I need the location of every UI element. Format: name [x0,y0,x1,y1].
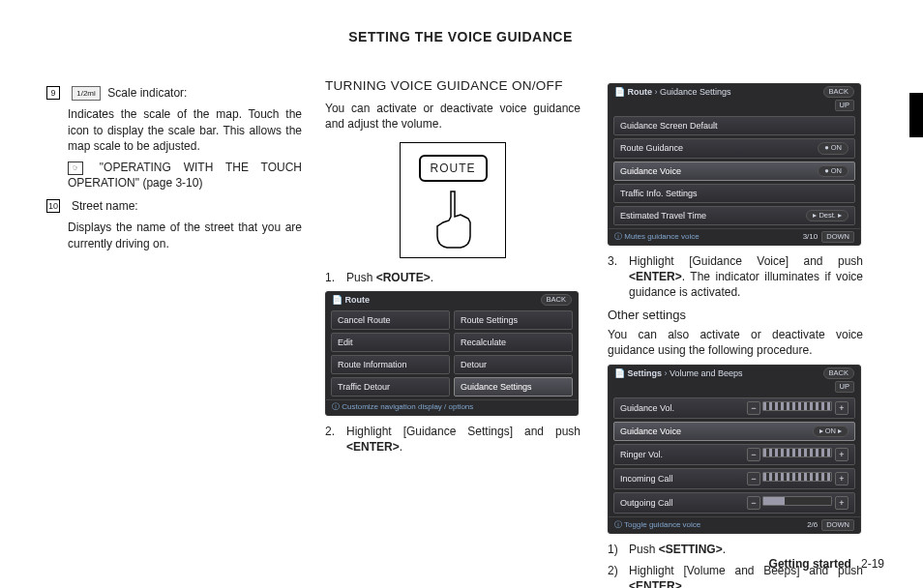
step-2: 2. Highlight [Guidance Settings] and pus… [325,424,581,455]
route-menu-screenshot: 📄 Route BACK Cancel Route Route Settings… [325,291,579,417]
up-button[interactable]: UP [835,100,854,111]
section-tab [909,93,923,137]
setting-row[interactable]: Guidance Vol.− + [613,397,855,419]
legend-item-9: 9 1/2mi Scale indicator: [46,85,302,101]
down-button[interactable]: DOWN [821,519,854,531]
legend-label: Scale indicator: [107,86,187,100]
volume-slider [762,496,832,506]
footer-hint: ⓘ Mutes guidance voice [614,232,700,243]
route-button-illustration: ROUTE [400,142,506,258]
plus-icon: + [835,472,849,485]
scale-indicator-icon: 1/2mi [72,86,101,101]
volume-beeps-screenshot: 📄 Settings › Volume and Beeps BACK UP Gu… [608,365,861,535]
back-button[interactable]: BACK [541,294,572,306]
legend-number-box: 9 [46,86,60,100]
page-indicator: 3/10 [803,232,819,243]
breadcrumb: 📄 Route › Guidance Settings [614,86,731,98]
column-middle: TURNING VOICE GUIDANCE ON/OFF You can ac… [325,77,581,461]
reference-icon: ☞ [68,162,83,175]
minus-icon: − [747,401,760,415]
legend-ref: ☞ "OPERATING WITH THE TOUCH OPERATION" (… [68,160,302,191]
legend-label: Street name: [72,198,302,214]
setting-row[interactable]: Ringer Vol.− + [613,444,855,465]
page-title: SETTING THE VOICE GUIDANCE [325,29,596,44]
footer-hint: ⓘ Toggle guidance voice [614,520,700,531]
setting-row[interactable]: Guidance Screen Default [613,116,855,135]
setting-row-guidance-voice[interactable]: Guidance Voice● ON [613,162,855,181]
volume-slider [762,472,832,482]
other-settings-intro: You can also activate or deactivate voic… [608,327,863,358]
toggle-indicator: ▸ ON ▸ [813,426,849,437]
setting-row[interactable]: Estimated Travel Time▸ Dest. ▸ [613,206,855,225]
column-right: 📄 Route › Guidance Settings BACK UP Guid… [608,77,863,588]
menu-item-guidance-settings[interactable]: Guidance Settings [454,377,573,397]
menu-item[interactable]: Edit [331,333,450,352]
setting-row[interactable]: Traffic Info. Settings [613,184,855,203]
legend-item-10: 10 Street name: [46,198,302,214]
menu-item[interactable]: Cancel Route [331,310,450,330]
up-button[interactable]: UP [835,381,854,393]
page-footer: Getting started 2-19 [769,557,884,571]
toggle-indicator: ● ON [818,142,849,154]
step-1: 1. Push <ROUTE>. [325,270,581,285]
route-button-label: ROUTE [419,155,488,182]
back-button[interactable]: BACK [823,368,854,379]
minus-icon: − [747,472,760,485]
footer-hint: ⓘ Customize navigation display / options [332,402,473,413]
plus-icon: + [835,496,849,510]
legend-body: Indicates the scale of the map. Touch th… [68,106,302,154]
plus-icon: + [835,448,849,461]
setting-row[interactable]: Incoming Call− + [613,468,855,489]
menu-item[interactable]: Route Settings [454,310,573,330]
section-subhead: TURNING VOICE GUIDANCE ON/OFF [325,77,581,95]
legend-number-box: 10 [46,199,60,213]
menu-item[interactable]: Recalculate [454,333,573,352]
legend-body: Displays the name of the street that you… [68,220,302,250]
manual-page: SETTING THE VOICE GUIDANCE 9 1/2mi Scale… [0,0,923,588]
page-indicator: 2/6 [807,520,818,531]
volume-slider [762,448,832,457]
setting-row-guidance-voice[interactable]: Guidance Voice▸ ON ▸ [613,422,855,441]
guidance-settings-screenshot: 📄 Route › Guidance Settings BACK UP Guid… [608,83,861,246]
pointing-hand-icon [430,190,476,250]
plus-icon: + [835,401,849,415]
toggle-indicator: ● ON [818,165,849,177]
menu-item[interactable]: Detour [454,355,573,374]
other-settings-head: Other settings [608,307,863,324]
section-intro: You can activate or deactivate voice gui… [325,101,581,132]
other-step-1: 1) Push <SETTING>. [608,542,863,557]
back-button[interactable]: BACK [823,86,854,98]
down-button[interactable]: DOWN [821,231,854,243]
menu-item[interactable]: Traffic Detour [331,377,450,397]
volume-slider [762,401,832,411]
menu-item[interactable]: Route Information [331,355,450,374]
breadcrumb: 📄 Route [332,294,370,306]
value-indicator: ▸ Dest. ▸ [806,210,849,221]
setting-row[interactable]: Route Guidance● ON [613,138,855,158]
step-3: 3. Highlight [Guidance Voice] and push <… [608,253,863,301]
minus-icon: − [747,496,760,510]
column-left: 9 1/2mi Scale indicator: Indicates the s… [46,85,302,257]
minus-icon: − [747,448,760,461]
breadcrumb: 📄 Settings › Volume and Beeps [614,368,743,379]
setting-row[interactable]: Outgoing Call− + [613,492,855,514]
